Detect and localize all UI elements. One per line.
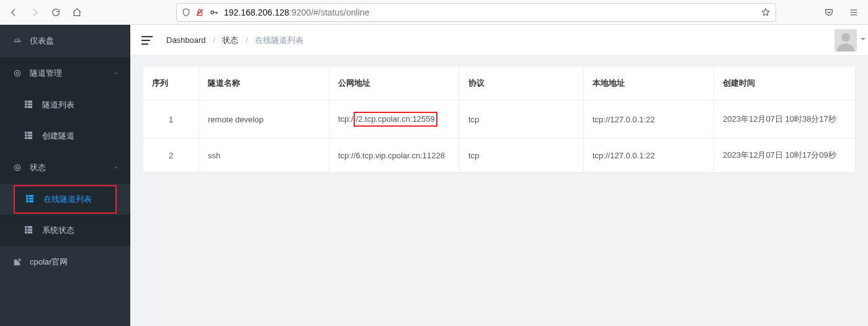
browser-toolbar: 192.168.206.128:9200/#/status/online [0,0,868,25]
sidebar-item-label: 仪表盘 [30,35,54,47]
svg-rect-23 [25,226,32,233]
gauge-icon [12,36,22,46]
url-text: 192.168.206.128:9200/#/status/online [224,7,756,17]
table-row: 1 remote develop tcp://2.tcp.cpolar.cn:1… [143,101,856,138]
tunnel-table: 序列 隧道名称 公网地址 协议 本地地址 创建时间 1 remote devel… [143,66,856,173]
bookmark-star-icon[interactable] [761,7,771,17]
target-icon [12,68,22,78]
th-created: 创建时间 [714,66,856,101]
url-bar[interactable]: 192.168.206.128:9200/#/status/online [176,3,776,22]
th-proto: 协议 [460,66,584,101]
main-area: Dashboard / 状态 / 在线隧道列表 序列 隧道名称 公网地址 协议 [130,25,868,326]
reload-button[interactable] [47,4,65,21]
grid-icon [26,195,35,204]
table-header-row: 序列 隧道名称 公网地址 协议 本地地址 创建时间 [143,66,856,101]
th-seq: 序列 [143,66,199,101]
user-avatar[interactable] [834,29,857,52]
table-row: 2 ssh tcp://6.tcp.vip.cpolar.cn:11228 tc… [143,138,856,173]
sidebar-item-label: 系统状态 [42,225,74,236]
cell-proto: tcp [460,138,584,173]
cell-seq: 1 [143,101,199,138]
svg-point-17 [14,165,20,170]
key-icon [209,8,219,17]
sidebar-item-dashboard[interactable]: 仪表盘 [0,25,130,57]
sidebar-item-label: 状态 [30,162,46,173]
sidebar-item-label: 隧道列表 [42,99,74,111]
sidebar-item-label: 在线隧道列表 [43,194,92,205]
highlighted-public-address: /2.tcp.cpolar.cn:12559 [354,112,437,127]
home-button[interactable] [68,4,86,21]
svg-point-8 [16,72,19,75]
svg-rect-13 [25,132,32,139]
sidebar-sub-online-list[interactable]: 在线隧道列表 [14,185,117,214]
sidebar-item-label: 隧道管理 [30,68,62,79]
svg-point-27 [841,33,850,42]
back-button[interactable] [5,4,22,21]
lock-strike-icon [195,8,204,17]
sidebar-sub-tunnel-list[interactable]: 隧道列表 [0,89,130,120]
app-menu-icon[interactable] [844,4,863,21]
breadcrumb: Dashboard / 状态 / 在线隧道列表 [166,35,303,46]
topbar: Dashboard / 状态 / 在线隧道列表 [130,25,868,56]
content: 序列 隧道名称 公网地址 协议 本地地址 创建时间 1 remote devel… [130,56,868,183]
sidebar-item-label: 创建隧道 [42,130,74,142]
cell-proto: tcp [460,101,584,138]
cell-seq: 2 [143,138,199,173]
sidebar: 仪表盘 隧道管理 隧道列表 创建隧道 状态 在线隧道列表 系统状态 [0,25,130,326]
grid-icon [25,132,34,140]
shield-icon [182,8,190,17]
pocket-icon[interactable] [820,4,838,21]
th-name: 隧道名称 [199,66,329,101]
forward-button[interactable] [26,4,43,21]
sidebar-sub-tunnel-create[interactable]: 创建隧道 [0,120,130,152]
cell-name: remote develop [199,101,329,138]
cell-public: tcp://6.tcp.vip.cpolar.cn:11228 [329,138,460,173]
breadcrumb-current: 在线隧道列表 [255,35,303,45]
chevron-up-icon [113,163,119,173]
cell-name: ssh [199,138,329,173]
cell-created: 2023年12月07日 10时38分17秒 [714,101,856,138]
grid-icon [25,226,34,235]
cell-public: tcp://2.tcp.cpolar.cn:12559 [329,101,460,138]
target-icon [12,163,22,173]
svg-rect-19 [26,195,34,202]
breadcrumb-root[interactable]: Dashboard [166,35,206,45]
sidebar-item-label: cpolar官网 [30,256,68,268]
sidebar-item-cpolar-site[interactable]: cpolar官网 [0,246,130,278]
svg-point-2 [211,11,214,14]
cell-local: tcp://127.0.0.1:22 [584,101,714,138]
svg-rect-9 [25,101,32,108]
external-link-icon [12,257,22,267]
sidebar-sub-system-status[interactable]: 系统状态 [0,215,130,246]
th-public: 公网地址 [329,66,460,101]
grid-icon [25,101,34,109]
sidebar-toggle-icon[interactable] [141,36,153,45]
th-local: 本地地址 [584,66,714,101]
chevron-up-icon [113,69,119,78]
breadcrumb-parent[interactable]: 状态 [222,35,238,45]
sidebar-item-tunnel-mgmt[interactable]: 隧道管理 [0,57,130,89]
svg-point-18 [16,166,19,169]
sidebar-item-status[interactable]: 状态 [0,152,130,184]
cell-local: tcp://127.0.0.1:22 [584,138,714,173]
caret-down-icon [861,38,866,43]
svg-point-7 [14,70,20,76]
cell-created: 2023年12月07日 10时17分09秒 [714,138,856,173]
